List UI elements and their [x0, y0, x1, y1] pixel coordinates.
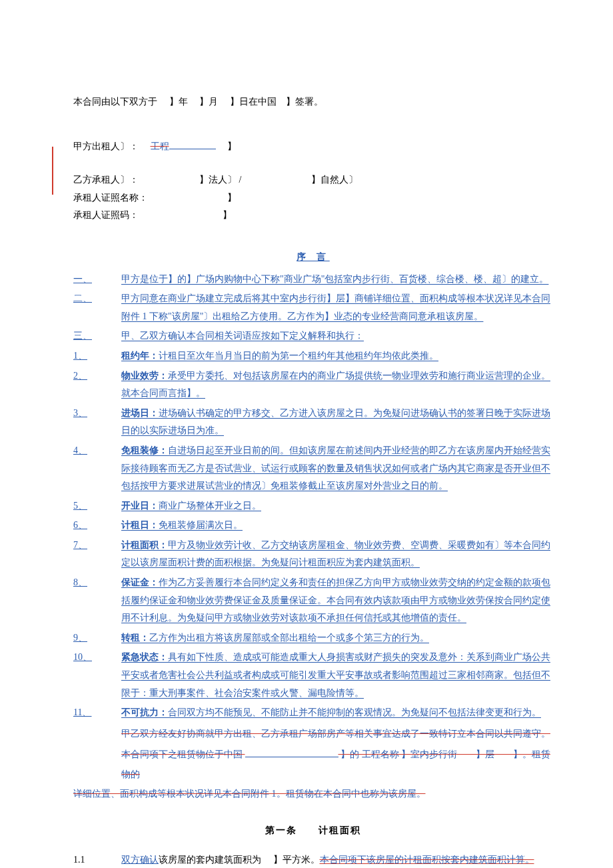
cert-no-label: 承租人证照码：	[73, 210, 139, 220]
cert-no-line: 承租人证照码： 】	[73, 207, 553, 225]
item-text: 不可抗力：合同双方均不能预见、不能防止并不能抑制的客观情况。为免疑问不包括法律变…	[121, 704, 553, 722]
item-text: 开业日：商业广场整体开业之日。	[121, 497, 553, 515]
cert-name-label: 承租人证照名称：	[73, 193, 148, 203]
item-num: 9、	[73, 629, 121, 647]
list-item: 三、甲、乙双方确认本合同相关词语应按如下定义解释和执行：	[73, 327, 553, 345]
def-item: 1、租约年：计租日至次年当月当日的前为第一个租约年其他租约年均依此类推。	[73, 347, 553, 365]
def-item: 9、转租：乙方作为出租方将该房屋部或全部出租给一个或多个第三方的行为。	[73, 629, 553, 647]
def-item: 6、计租日：免租装修届满次日。	[73, 517, 553, 535]
lessor-strike: 工程	[151, 141, 169, 151]
clause-text: 该房屋的套内建筑面积为	[159, 855, 261, 865]
lessee-legal: 】法人〕 /	[199, 175, 241, 185]
def-item: 2、物业效劳：承受甲方委托、对包括该房屋在内的商业广场提供统一物业理效劳和施行商…	[73, 367, 553, 403]
revision-bar	[52, 147, 53, 195]
item-text: 物业效劳：承受甲方委托、对包括该房屋在内的商业广场提供统一物业理效劳和施行商业运…	[121, 367, 553, 403]
deleted-para-2: 本合同项下之租赁物位于中国 】的 工程名称 】室内步行街 】层 】。租赁物的	[121, 745, 553, 786]
lessee-block: 乙方承租人〕： 】法人〕 / 】自然人〕 承租人证照名称： 】 承租人证照码：	[73, 171, 553, 225]
list-item: 二、甲方同意在商业广场建立完成后将其中室内步行街】层】商铺详细位置、面积构成等根…	[73, 290, 553, 325]
item-text: 保证金：作为乙方妥善履行本合同约定义务和责任的担保乙方向甲方或物业效劳交纳的约定…	[121, 574, 553, 627]
del-blank	[245, 757, 338, 757]
def-body: 作为乙方妥善履行本合同约定义务和责任的担保乙方向甲方或物业效劳交纳的约定金额的款…	[121, 577, 550, 623]
item-text: 进场日：进场确认书确定的甲方移交、乙方进入该房屋之日。为免疑问进场确认书的签署日…	[121, 405, 553, 440]
preface-list: 一、甲方是位于】的】广场内购物中心下称"商业广场"包括室内步行街、百货楼、综合楼…	[73, 271, 553, 722]
cert-no-tail: 】	[223, 210, 232, 220]
def-body: 计租日至次年当月当日的前为第一个租约年其他租约年均依此类推。	[159, 351, 438, 361]
deleted-para-1: 甲乙双方经友好协商就甲方出租、乙方承租广场部房产等相关事宜达成了一致特订立本合同…	[121, 724, 553, 745]
clause-num: 1.1	[73, 851, 121, 868]
item-num: 4、	[73, 442, 121, 495]
item-num: 7、	[73, 537, 121, 572]
term: 免租装修：	[121, 445, 168, 455]
term: 开业日：	[121, 501, 159, 511]
item-text: 租约年：计租日至次年当月当日的前为第一个租约年其他租约年均依此类推。	[121, 347, 553, 365]
item-num: 6、	[73, 517, 121, 535]
item-num: 11、	[73, 704, 121, 722]
clause-1-1: 1.1 双方确认该房屋的套内建筑面积为 】平方米。本合同项下该房屋的计租面积按套…	[73, 851, 553, 868]
sig-year: 】年	[169, 97, 188, 107]
def-body: 具有如下性质、造成或可能造成重大人身损害或财产损失的突发及意外：关系到商业广场公…	[121, 652, 550, 697]
del-tail-text: 详细位置、面积构成等根本状况详见本合同附件 1。租赁物在本合同中也称为该房屋。	[73, 789, 426, 799]
term: 计租面积：	[121, 540, 168, 550]
term: 租约年：	[121, 351, 159, 361]
def-body: 合同双方均不能预见、不能防止并不能抑制的客观情况。为免疑问不包括法律变更和行为。	[168, 707, 541, 717]
item-text: 甲方是位于】的】广场内购物中心下称"商业广场"包括室内步行街、百货楼、综合楼、楼…	[121, 271, 553, 289]
lessor-blank	[169, 149, 216, 149]
def-item: 4、免租装修：自进场日起至开业日前的间。但如该房屋在前述间内开业经营的即乙方在该…	[73, 442, 553, 495]
item-text: 计租日：免租装修届满次日。	[121, 517, 553, 535]
item-num: 三、	[73, 327, 121, 345]
item-text: 免租装修：自进场日起至开业日前的间。但如该房屋在前述间内开业经营的即乙方在该房屋…	[121, 442, 553, 495]
article-1-title: 第一条 计租面积	[73, 822, 553, 840]
cert-name-line: 承租人证照名称： 】	[73, 189, 553, 207]
item-text: 计租面积：甲方及物业效劳计收、乙方交纳该房屋租金、物业效劳费、空调费、采暖费如有…	[121, 537, 553, 572]
lessee-label: 乙方承租人〕：	[73, 175, 139, 185]
def-body: 商业广场整体开业之日。	[159, 501, 261, 511]
item-text: 转租：乙方作为出租方将该房屋部或全部出租给一个或多个第三方的行为。	[121, 629, 553, 647]
list-item: 一、甲方是位于】的】广场内购物中心下称"商业广场"包括室内步行街、百货楼、综合楼…	[73, 271, 553, 289]
term: 进场日：	[121, 408, 159, 418]
def-item: 3、进场日：进场确认书确定的甲方移交、乙方进入该房屋之日。为免疑问进场确认书的签…	[73, 405, 553, 440]
sig-day: 】日在中国	[230, 97, 277, 107]
def-body: 进场确认书确定的甲方移交、乙方进入该房屋之日。为免疑问进场确认书的签署日晚于实际…	[121, 408, 550, 436]
lessor-line: 甲方出租人〕： 工程 】	[73, 138, 553, 156]
def-body: 承受甲方委托、对包括该房屋在内的商业广场提供统一物业理效劳和施行商业运营理的企业…	[121, 371, 550, 399]
lessee-natural: 】自然人〕	[311, 175, 358, 185]
term: 计租日：	[121, 520, 159, 530]
item-num: 10、	[73, 649, 121, 702]
item-num: 一、	[73, 271, 121, 289]
clause-text: 】平方米。	[273, 855, 320, 865]
lessee-line: 乙方承租人〕： 】法人〕 / 】自然人〕	[73, 171, 553, 189]
term: 保证金：	[121, 577, 159, 587]
lessor-label: 甲方出租人〕：	[73, 141, 139, 151]
signature-line: 本合同由以下双方于 】年 】月 】日在中国 】签署。	[73, 93, 553, 111]
def-item: 10、紧急状态：具有如下性质、造成或可能造成重大人身损害或财产损失的突发及意外：…	[73, 649, 553, 702]
item-text: 紧急状态：具有如下性质、造成或可能造成重大人身损害或财产损失的突发及意外：关系到…	[121, 649, 553, 702]
def-item: 7、计租面积：甲方及物业效劳计收、乙方交纳该房屋租金、物业效劳费、空调费、采暖费…	[73, 537, 553, 572]
term: 紧急状态：	[121, 652, 168, 662]
def-body: 甲方及物业效劳计收、乙方交纳该房屋租金、物业效劳费、空调费、采暖费如有〕等本合同…	[121, 540, 550, 568]
def-item: 11、不可抗力：合同双方均不能预见、不能防止并不能抑制的客观情况。为免疑问不包括…	[73, 704, 553, 722]
item-num: 3、	[73, 405, 121, 440]
item-text: 甲、乙双方确认本合同相关词语应按如下定义解释和执行：	[121, 327, 553, 345]
term: 不可抗力：	[121, 707, 168, 717]
item-text: 甲方同意在商业广场建立完成后将其中室内步行街】层】商铺详细位置、面积构成等根本状…	[121, 290, 553, 325]
sig-month: 】月	[199, 97, 218, 107]
term: 物业效劳：	[121, 371, 168, 381]
sig-suffix: 】签署。	[286, 97, 323, 107]
def-item: 5、开业日：商业广场整体开业之日。	[73, 497, 553, 515]
def-item: 8、保证金：作为乙方妥善履行本合同约定义务和责任的担保乙方向甲方或物业效劳交纳的…	[73, 574, 553, 627]
item-num: 8、	[73, 574, 121, 627]
del-2a: 本合同项下之租赁物位于中国	[121, 749, 243, 759]
def-body: 自进场日起至开业日前的间。但如该房屋在前述间内开业经营的即乙方在该房屋内开始经营…	[121, 445, 550, 491]
def-body: 乙方作为出租方将该房屋部或全部出租给一个或多个第三方的行为。	[149, 633, 429, 643]
cert-name-tail: 】	[227, 193, 237, 203]
clause-body: 双方确认该房屋的套内建筑面积为 】平方米。本合同项下该房屋的计租面积按套内建筑面…	[121, 851, 553, 868]
item-num: 2、	[73, 367, 121, 403]
deleted-tail: 详细位置、面积构成等根本状况详见本合同附件 1。租赁物在本合同中也称为该房屋。	[73, 785, 553, 803]
preface-title: 序 言	[73, 249, 553, 267]
item-num: 1、	[73, 347, 121, 365]
lessor-tail: 】	[227, 141, 237, 151]
item-num: 5、	[73, 497, 121, 515]
del-2c: 】层	[476, 749, 494, 759]
def-body: 免租装修届满次日。	[159, 520, 243, 530]
insert-text: 双方确认	[121, 855, 159, 865]
